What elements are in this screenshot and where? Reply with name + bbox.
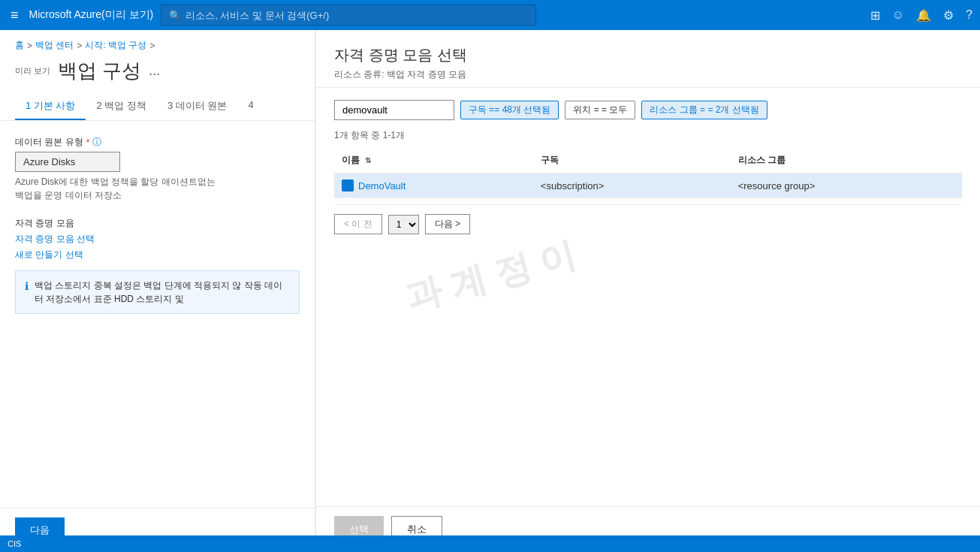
tab-data-source[interactable]: 3 데이터 원본 bbox=[157, 93, 237, 120]
right-panel: 자격 증명 모음 선택 리소스 종류: 백업 자격 증명 모음 구독 == 48… bbox=[315, 30, 980, 552]
dialog-body: 구독 == 48개 선택됨 위치 = = 모두 리소스 그룹 = = 2개 선택… bbox=[316, 88, 980, 506]
tabs: 1 기본 사항 2 백업 정책 3 데이터 원본 4 bbox=[0, 93, 315, 121]
vault-subscription-cell: <subscription> bbox=[533, 173, 731, 198]
subscription-filter-label: 구독 == 48개 선택됨 bbox=[469, 104, 550, 116]
search-input[interactable] bbox=[185, 10, 528, 21]
prev-page-button[interactable]: < 이 전 bbox=[334, 214, 382, 234]
location-filter-label: 위치 = = 모두 bbox=[573, 104, 627, 116]
vault-search-input[interactable] bbox=[334, 100, 454, 120]
status-bar: CIS bbox=[0, 535, 980, 552]
page-select[interactable]: 1 bbox=[388, 215, 419, 234]
pagination: < 이 전 1 다음 > bbox=[334, 204, 962, 243]
sort-icon[interactable]: ⇅ bbox=[365, 156, 371, 164]
help-icon[interactable]: ? bbox=[966, 8, 972, 23]
vault-table: 이름 ⇅ 구독 리소스 그룹 DemoVault bbox=[334, 148, 962, 198]
topbar-title: Microsoft Azure(미리 보기) bbox=[29, 8, 154, 22]
location-filter[interactable]: 위치 = = 모두 bbox=[565, 101, 635, 119]
topbar-icons: ⊞ ☺ 🔔 ⚙ ? bbox=[870, 8, 972, 23]
info-text: 백업 스토리지 중복 설정은 백업 단계에 적용되지 않 작동 데이터 저장소에… bbox=[35, 279, 290, 306]
vault-icon bbox=[342, 179, 354, 192]
left-panel: 홈 > 백업 센터 > 시작: 백업 구성 > 미리 보기 백업 구성 ... … bbox=[0, 30, 315, 552]
breadcrumb-home[interactable]: 홈 bbox=[15, 39, 24, 52]
col-resource-group: 리소스 그룹 bbox=[731, 148, 962, 173]
data-source-type-field: 데이터 원본 유형 * ⓘ Azure Disks Azure Disk에 대한… bbox=[15, 136, 300, 202]
settings-icon[interactable]: ⚙ bbox=[943, 8, 954, 23]
tab-basics[interactable]: 1 기본 사항 bbox=[15, 93, 86, 120]
result-count: 1개 항목 중 1-1개 bbox=[334, 129, 962, 142]
breadcrumb: 홈 > 백업 센터 > 시작: 백업 구성 > bbox=[0, 30, 315, 55]
breadcrumb-sep-3: > bbox=[149, 41, 155, 51]
credentials-field: 자격 증명 모음 자격 증명 모음 선택 새로 만들기 선택 bbox=[15, 217, 300, 261]
subscription-filter[interactable]: 구독 == 48개 선택됨 bbox=[460, 101, 559, 119]
notification-icon[interactable]: 🔔 bbox=[916, 8, 931, 23]
feedback-icon[interactable]: ☺ bbox=[892, 8, 904, 23]
tab-4[interactable]: 4 bbox=[237, 93, 264, 120]
resource-group-filter-label: 리소스 그룹 = = 2개 선택됨 bbox=[650, 104, 758, 116]
status-text: CIS bbox=[8, 539, 21, 548]
required-marker: * bbox=[86, 137, 90, 148]
vault-resource-group-cell: <resource group> bbox=[731, 173, 962, 198]
left-content: 데이터 원본 유형 * ⓘ Azure Disks Azure Disk에 대한… bbox=[0, 121, 315, 508]
credentials-select-link[interactable]: 자격 증명 모음 선택 bbox=[15, 233, 300, 246]
tab-backup-policy[interactable]: 2 백업 정책 bbox=[86, 93, 156, 120]
vault-name-text: DemoVault bbox=[358, 180, 406, 192]
preview-badge: 미리 보기 bbox=[15, 65, 50, 77]
topbar: ≡ Microsoft Azure(미리 보기) 🔍 ⊞ ☺ 🔔 ⚙ ? bbox=[0, 0, 980, 30]
info-tooltip-icon[interactable]: ⓘ bbox=[92, 136, 101, 149]
resource-group-filter[interactable]: 리소스 그룹 = = 2개 선택됨 bbox=[641, 101, 767, 119]
info-box: ℹ 백업 스토리지 중복 설정은 백업 단계에 적용되지 않 작동 데이터 저장… bbox=[15, 270, 300, 314]
search-icon: 🔍 bbox=[169, 10, 181, 21]
dialog-subtitle: 리소스 종류: 백업 자격 증명 모음 bbox=[334, 68, 962, 81]
data-source-type-label: 데이터 원본 유형 * ⓘ bbox=[15, 136, 300, 149]
dialog-title: 자격 증명 모음 선택 bbox=[334, 45, 962, 65]
table-header-row: 이름 ⇅ 구독 리소스 그룹 bbox=[334, 148, 962, 173]
col-subscription: 구독 bbox=[533, 148, 731, 173]
data-source-type-value: Azure Disks bbox=[15, 152, 120, 172]
page-header: 미리 보기 백업 구성 ... bbox=[0, 55, 315, 93]
filter-row: 구독 == 48개 선택됨 위치 = = 모두 리소스 그룹 = = 2개 선택… bbox=[334, 100, 962, 120]
dialog-header: 자격 증명 모음 선택 리소스 종류: 백업 자격 증명 모음 bbox=[316, 30, 980, 88]
data-source-type-desc: Azure Disk에 대한 백업 정책을 할당 애이션트없는 백업을 운영 데… bbox=[15, 175, 225, 202]
credentials-label: 자격 증명 모음 bbox=[15, 217, 300, 230]
breadcrumb-backup-center[interactable]: 백업 센터 bbox=[35, 39, 74, 52]
vault-name-cell: DemoVault bbox=[334, 173, 533, 198]
page-title: 백업 구성 bbox=[58, 58, 141, 84]
breadcrumb-current[interactable]: 시작: 백업 구성 bbox=[85, 39, 146, 52]
col-name: 이름 ⇅ bbox=[334, 148, 533, 173]
credentials-create-link[interactable]: 새로 만들기 선택 bbox=[15, 249, 300, 261]
breadcrumb-sep-2: > bbox=[77, 41, 82, 51]
info-icon: ℹ bbox=[25, 279, 29, 306]
menu-icon[interactable]: ≡ bbox=[8, 5, 22, 26]
next-page-button[interactable]: 다음 > bbox=[425, 214, 470, 234]
search-bar[interactable]: 🔍 bbox=[161, 5, 536, 26]
main-layout: 홈 > 백업 센터 > 시작: 백업 구성 > 미리 보기 백업 구성 ... … bbox=[0, 30, 980, 552]
more-options-icon[interactable]: ... bbox=[149, 63, 160, 79]
table-row[interactable]: DemoVault <subscription> <resource group… bbox=[334, 173, 962, 198]
breadcrumb-sep-1: > bbox=[27, 41, 32, 51]
portal-icon[interactable]: ⊞ bbox=[870, 8, 880, 23]
